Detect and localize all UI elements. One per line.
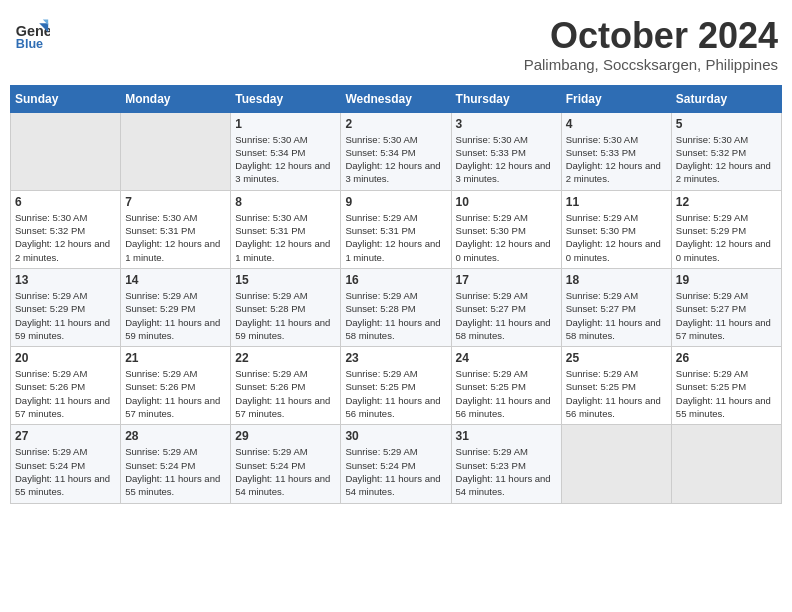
day-number: 8 xyxy=(235,195,336,209)
week-row-2: 6Sunrise: 5:30 AM Sunset: 5:32 PM Daylig… xyxy=(11,190,782,268)
weekday-header-row: SundayMondayTuesdayWednesdayThursdayFrid… xyxy=(11,85,782,112)
calendar-cell: 6Sunrise: 5:30 AM Sunset: 5:32 PM Daylig… xyxy=(11,190,121,268)
day-info: Sunrise: 5:29 AM Sunset: 5:28 PM Dayligh… xyxy=(345,289,446,342)
calendar-cell: 18Sunrise: 5:29 AM Sunset: 5:27 PM Dayli… xyxy=(561,268,671,346)
calendar-cell xyxy=(561,425,671,503)
day-info: Sunrise: 5:29 AM Sunset: 5:24 PM Dayligh… xyxy=(15,445,116,498)
day-info: Sunrise: 5:30 AM Sunset: 5:31 PM Dayligh… xyxy=(125,211,226,264)
day-number: 31 xyxy=(456,429,557,443)
day-number: 21 xyxy=(125,351,226,365)
weekday-header-wednesday: Wednesday xyxy=(341,85,451,112)
calendar-cell: 11Sunrise: 5:29 AM Sunset: 5:30 PM Dayli… xyxy=(561,190,671,268)
week-row-5: 27Sunrise: 5:29 AM Sunset: 5:24 PM Dayli… xyxy=(11,425,782,503)
day-number: 23 xyxy=(345,351,446,365)
calendar-cell: 21Sunrise: 5:29 AM Sunset: 5:26 PM Dayli… xyxy=(121,347,231,425)
calendar-cell: 15Sunrise: 5:29 AM Sunset: 5:28 PM Dayli… xyxy=(231,268,341,346)
calendar-cell: 1Sunrise: 5:30 AM Sunset: 5:34 PM Daylig… xyxy=(231,112,341,190)
week-row-3: 13Sunrise: 5:29 AM Sunset: 5:29 PM Dayli… xyxy=(11,268,782,346)
day-number: 17 xyxy=(456,273,557,287)
calendar-cell: 23Sunrise: 5:29 AM Sunset: 5:25 PM Dayli… xyxy=(341,347,451,425)
calendar-cell: 20Sunrise: 5:29 AM Sunset: 5:26 PM Dayli… xyxy=(11,347,121,425)
day-info: Sunrise: 5:29 AM Sunset: 5:30 PM Dayligh… xyxy=(456,211,557,264)
day-info: Sunrise: 5:29 AM Sunset: 5:25 PM Dayligh… xyxy=(456,367,557,420)
calendar-cell xyxy=(121,112,231,190)
day-number: 12 xyxy=(676,195,777,209)
calendar-table: SundayMondayTuesdayWednesdayThursdayFrid… xyxy=(10,85,782,504)
day-number: 3 xyxy=(456,117,557,131)
day-info: Sunrise: 5:29 AM Sunset: 5:24 PM Dayligh… xyxy=(235,445,336,498)
day-number: 5 xyxy=(676,117,777,131)
day-info: Sunrise: 5:30 AM Sunset: 5:34 PM Dayligh… xyxy=(345,133,446,186)
calendar-cell: 4Sunrise: 5:30 AM Sunset: 5:33 PM Daylig… xyxy=(561,112,671,190)
calendar-cell: 7Sunrise: 5:30 AM Sunset: 5:31 PM Daylig… xyxy=(121,190,231,268)
weekday-header-saturday: Saturday xyxy=(671,85,781,112)
calendar-cell: 31Sunrise: 5:29 AM Sunset: 5:23 PM Dayli… xyxy=(451,425,561,503)
calendar-cell: 13Sunrise: 5:29 AM Sunset: 5:29 PM Dayli… xyxy=(11,268,121,346)
day-info: Sunrise: 5:30 AM Sunset: 5:33 PM Dayligh… xyxy=(456,133,557,186)
calendar-cell: 10Sunrise: 5:29 AM Sunset: 5:30 PM Dayli… xyxy=(451,190,561,268)
day-number: 27 xyxy=(15,429,116,443)
day-info: Sunrise: 5:30 AM Sunset: 5:32 PM Dayligh… xyxy=(15,211,116,264)
calendar-cell: 3Sunrise: 5:30 AM Sunset: 5:33 PM Daylig… xyxy=(451,112,561,190)
week-row-1: 1Sunrise: 5:30 AM Sunset: 5:34 PM Daylig… xyxy=(11,112,782,190)
day-info: Sunrise: 5:29 AM Sunset: 5:26 PM Dayligh… xyxy=(15,367,116,420)
calendar-cell: 5Sunrise: 5:30 AM Sunset: 5:32 PM Daylig… xyxy=(671,112,781,190)
day-info: Sunrise: 5:29 AM Sunset: 5:25 PM Dayligh… xyxy=(345,367,446,420)
day-info: Sunrise: 5:29 AM Sunset: 5:27 PM Dayligh… xyxy=(566,289,667,342)
day-info: Sunrise: 5:29 AM Sunset: 5:31 PM Dayligh… xyxy=(345,211,446,264)
page-header: General Blue October 2024 Palimbang, Soc… xyxy=(10,10,782,79)
svg-text:Blue: Blue xyxy=(16,37,43,51)
day-number: 28 xyxy=(125,429,226,443)
day-number: 11 xyxy=(566,195,667,209)
day-number: 16 xyxy=(345,273,446,287)
day-number: 4 xyxy=(566,117,667,131)
day-info: Sunrise: 5:30 AM Sunset: 5:31 PM Dayligh… xyxy=(235,211,336,264)
day-number: 19 xyxy=(676,273,777,287)
calendar-cell: 29Sunrise: 5:29 AM Sunset: 5:24 PM Dayli… xyxy=(231,425,341,503)
day-number: 26 xyxy=(676,351,777,365)
calendar-cell: 2Sunrise: 5:30 AM Sunset: 5:34 PM Daylig… xyxy=(341,112,451,190)
calendar-cell: 25Sunrise: 5:29 AM Sunset: 5:25 PM Dayli… xyxy=(561,347,671,425)
calendar-cell: 9Sunrise: 5:29 AM Sunset: 5:31 PM Daylig… xyxy=(341,190,451,268)
day-info: Sunrise: 5:29 AM Sunset: 5:24 PM Dayligh… xyxy=(125,445,226,498)
day-info: Sunrise: 5:29 AM Sunset: 5:28 PM Dayligh… xyxy=(235,289,336,342)
day-number: 14 xyxy=(125,273,226,287)
calendar-cell: 28Sunrise: 5:29 AM Sunset: 5:24 PM Dayli… xyxy=(121,425,231,503)
calendar-cell: 8Sunrise: 5:30 AM Sunset: 5:31 PM Daylig… xyxy=(231,190,341,268)
location-title: Palimbang, Soccsksargen, Philippines xyxy=(524,56,778,73)
day-number: 13 xyxy=(15,273,116,287)
day-number: 2 xyxy=(345,117,446,131)
day-info: Sunrise: 5:29 AM Sunset: 5:29 PM Dayligh… xyxy=(676,211,777,264)
day-info: Sunrise: 5:29 AM Sunset: 5:27 PM Dayligh… xyxy=(676,289,777,342)
day-number: 22 xyxy=(235,351,336,365)
day-number: 29 xyxy=(235,429,336,443)
calendar-cell: 17Sunrise: 5:29 AM Sunset: 5:27 PM Dayli… xyxy=(451,268,561,346)
day-info: Sunrise: 5:29 AM Sunset: 5:26 PM Dayligh… xyxy=(125,367,226,420)
day-number: 18 xyxy=(566,273,667,287)
month-title: October 2024 xyxy=(524,16,778,56)
weekday-header-friday: Friday xyxy=(561,85,671,112)
weekday-header-tuesday: Tuesday xyxy=(231,85,341,112)
day-number: 6 xyxy=(15,195,116,209)
calendar-cell xyxy=(11,112,121,190)
logo: General Blue xyxy=(14,16,50,52)
day-info: Sunrise: 5:29 AM Sunset: 5:30 PM Dayligh… xyxy=(566,211,667,264)
day-number: 15 xyxy=(235,273,336,287)
logo-icon: General Blue xyxy=(14,16,50,52)
day-number: 20 xyxy=(15,351,116,365)
day-info: Sunrise: 5:29 AM Sunset: 5:26 PM Dayligh… xyxy=(235,367,336,420)
day-info: Sunrise: 5:29 AM Sunset: 5:29 PM Dayligh… xyxy=(15,289,116,342)
day-number: 25 xyxy=(566,351,667,365)
calendar-cell: 24Sunrise: 5:29 AM Sunset: 5:25 PM Dayli… xyxy=(451,347,561,425)
weekday-header-monday: Monday xyxy=(121,85,231,112)
week-row-4: 20Sunrise: 5:29 AM Sunset: 5:26 PM Dayli… xyxy=(11,347,782,425)
day-info: Sunrise: 5:30 AM Sunset: 5:32 PM Dayligh… xyxy=(676,133,777,186)
day-info: Sunrise: 5:29 AM Sunset: 5:27 PM Dayligh… xyxy=(456,289,557,342)
day-number: 24 xyxy=(456,351,557,365)
calendar-cell: 16Sunrise: 5:29 AM Sunset: 5:28 PM Dayli… xyxy=(341,268,451,346)
day-info: Sunrise: 5:29 AM Sunset: 5:24 PM Dayligh… xyxy=(345,445,446,498)
calendar-cell: 22Sunrise: 5:29 AM Sunset: 5:26 PM Dayli… xyxy=(231,347,341,425)
calendar-cell: 12Sunrise: 5:29 AM Sunset: 5:29 PM Dayli… xyxy=(671,190,781,268)
day-number: 10 xyxy=(456,195,557,209)
day-info: Sunrise: 5:29 AM Sunset: 5:23 PM Dayligh… xyxy=(456,445,557,498)
